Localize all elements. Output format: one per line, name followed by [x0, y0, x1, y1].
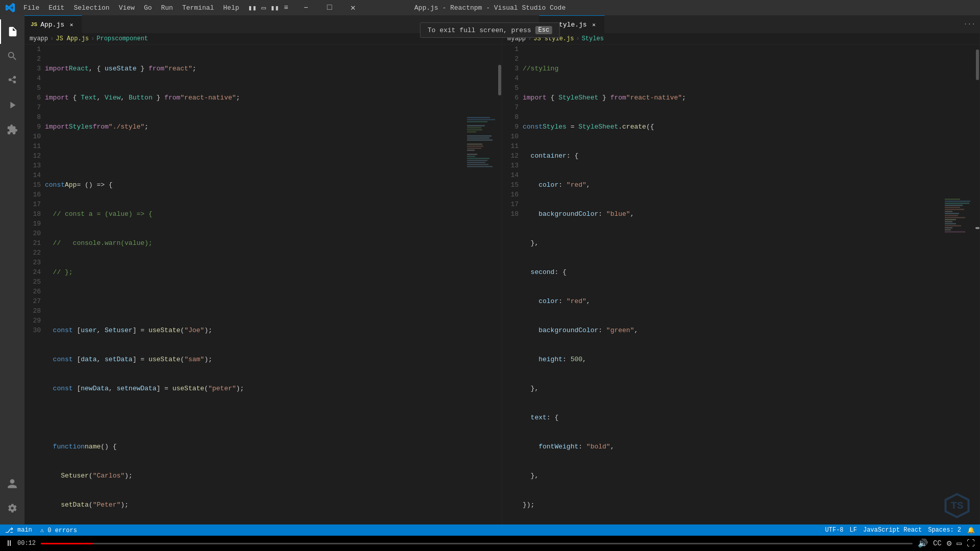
activity-icon-account[interactable] [0, 471, 24, 496]
minimize-button[interactable]: – [295, 0, 318, 15]
activity-icon-settings[interactable] [0, 496, 24, 520]
code-line-12: const [newData, setnewData] = useState("… [45, 384, 459, 393]
right-scrollbar[interactable] [975, 44, 979, 524]
spaces[interactable]: Spaces: 2 [928, 527, 961, 534]
r-code-line-3: const Styles = StyleSheet.create({ [523, 122, 937, 132]
svg-rect-35 [945, 228, 952, 229]
right-scrollbar-indicator [975, 227, 979, 229]
svg-rect-14 [467, 154, 477, 155]
svg-rect-16 [467, 158, 489, 159]
svg-rect-7 [467, 136, 492, 137]
branch-name: main [17, 527, 32, 534]
tab-stylejs-close[interactable]: ✕ [590, 20, 598, 29]
right-breadcrumb: myapp › JS style.js › Styles [502, 33, 979, 44]
activity-icon-extensions[interactable] [0, 117, 24, 142]
svg-rect-20 [467, 166, 493, 167]
status-left: ⎇ main ⚠ 0 errors [5, 526, 77, 535]
left-editor-pane: JS App.js ✕ myapp › JS App.js › Propscom… [24, 15, 502, 524]
breadcrumb-styles: Styles [582, 35, 604, 42]
code-line-3: import Styles from "./style"; [45, 122, 459, 132]
r-code-line-11: height: 500, [523, 355, 937, 364]
sidebar-toggle-icon[interactable]: ▮▮ [249, 4, 257, 12]
r-code-line-9: color: "red", [523, 296, 937, 306]
right-tab-menu[interactable]: ··· [960, 15, 979, 33]
right-code-content[interactable]: //styling import { StyleSheet } from "re… [523, 44, 942, 524]
menu-selection[interactable]: Selection [69, 3, 113, 13]
svg-rect-5 [467, 130, 482, 131]
tab-appjs-close[interactable]: ✕ [67, 20, 76, 29]
r-code-line-16: }); [523, 500, 937, 510]
menu-run[interactable]: Run [157, 3, 177, 13]
activity-icon-files[interactable] [0, 19, 24, 44]
left-code-content[interactable]: import React, { useState } from "react";… [45, 44, 464, 524]
language-mode[interactable]: JavaScript React [863, 527, 922, 534]
fullscreen-icon[interactable]: ⛶ [967, 539, 975, 548]
r-code-line-13: text: { [523, 413, 937, 422]
tooltip-text: To exit full screen, press [428, 27, 531, 34]
right-minimap [942, 44, 975, 524]
r-code-line-5: color: "red", [523, 180, 937, 190]
settings-icon[interactable]: ⚙ [947, 538, 952, 548]
right-scrollbar-thumb[interactable] [976, 49, 979, 80]
menu-go[interactable]: Go [140, 3, 156, 13]
svg-rect-30 [945, 217, 965, 218]
svg-rect-17 [467, 160, 487, 161]
menu-edit[interactable]: Edit [44, 3, 68, 13]
split-editor-icon[interactable]: ▮▮ [271, 4, 279, 12]
svg-rect-8 [467, 138, 489, 139]
video-progress-bar[interactable] [41, 543, 913, 544]
svg-rect-23 [945, 203, 969, 204]
pause-button[interactable]: ⏸ [5, 539, 13, 548]
volume-icon[interactable]: 🔊 [918, 538, 928, 548]
code-line-11: const [data, setData] = useState("sam"); [45, 355, 459, 364]
r-code-line-12: }, [523, 384, 937, 393]
left-scrollbar-thumb[interactable] [498, 65, 501, 95]
r-code-line-7: }, [523, 238, 937, 248]
svg-rect-1 [467, 119, 495, 120]
r-code-line-6: backgroundColor: "blue", [523, 209, 937, 219]
tab-appjs[interactable]: JS App.js ✕ [24, 15, 82, 33]
left-minimap [464, 44, 498, 524]
r-code-line-4: container: { [523, 151, 937, 161]
theater-icon[interactable]: ▭ [957, 538, 962, 548]
code-line-10: const [user, Setuser] = useState("Joe"); [45, 325, 459, 335]
error-count[interactable]: ⚠ 0 errors [40, 527, 77, 534]
code-line-16: setData("Peter"); [45, 500, 459, 510]
svg-rect-33 [945, 223, 956, 224]
window-title: App.js - Reactnpm - Visual Studio Code [414, 4, 566, 12]
activity-icon-run[interactable] [0, 93, 24, 117]
svg-rect-3 [467, 126, 485, 127]
code-line-6: // const a = (value) => { [45, 209, 459, 219]
svg-rect-27 [945, 211, 952, 212]
line-ending[interactable]: LF [850, 527, 857, 534]
branch-icon[interactable]: ⎇ [5, 526, 13, 535]
r-code-line-14: fontWeight: "bold", [523, 442, 937, 452]
svg-rect-36 [945, 230, 951, 231]
left-scrollbar[interactable] [498, 44, 502, 524]
svg-rect-29 [945, 215, 958, 216]
customize-layout-icon[interactable]: ≡ [282, 4, 290, 12]
breadcrumb-appjs: JS App.js [56, 35, 89, 42]
menu-file[interactable]: File [19, 3, 43, 13]
restore-button[interactable]: □ [318, 0, 341, 15]
activity-icon-search[interactable] [0, 44, 24, 68]
menu-view[interactable]: View [115, 3, 139, 13]
notifications-icon[interactable]: 🔔 [967, 527, 975, 534]
encoding[interactable]: UTF-8 [825, 527, 844, 534]
svg-rect-15 [467, 156, 475, 157]
svg-rect-31 [945, 219, 956, 220]
activity-icon-source-control[interactable] [0, 68, 24, 93]
status-bar: ⎇ main ⚠ 0 errors UTF-8 LF JavaScript Re… [0, 524, 980, 536]
code-line-2: import { Text, View, Button } from "reac… [45, 93, 459, 103]
captions-icon[interactable]: CC [933, 539, 942, 547]
svg-rect-28 [945, 213, 959, 214]
video-progress-fill [41, 543, 93, 544]
panel-toggle-icon[interactable]: ▭ [260, 4, 268, 12]
close-button[interactable]: ✕ [341, 0, 365, 15]
svg-rect-18 [467, 162, 485, 163]
menu-terminal[interactable]: Terminal [178, 3, 218, 13]
menu-help[interactable]: Help [219, 3, 243, 13]
r-code-line-2: import { StyleSheet } from "react-native… [523, 93, 937, 103]
left-line-numbers: 12345 678910 1112131415 1617181920 21222… [24, 44, 45, 524]
esc-key-badge: Esc [535, 26, 553, 34]
